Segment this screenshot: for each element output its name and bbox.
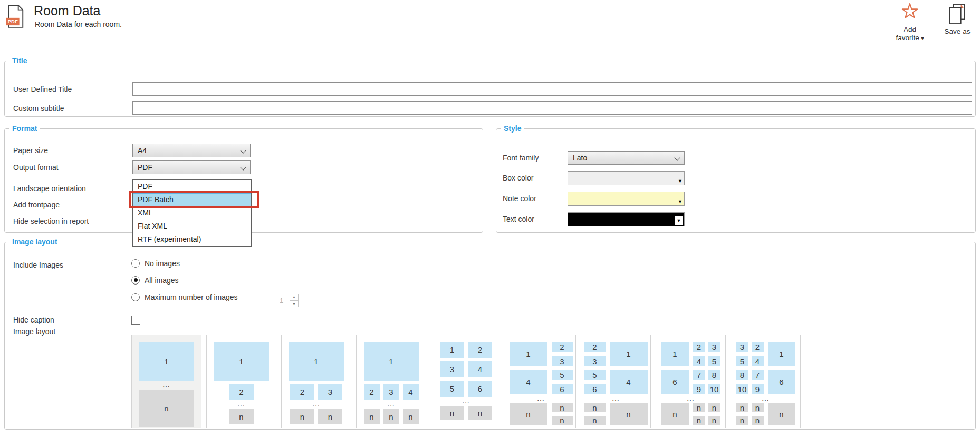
save-as-icon: [947, 3, 967, 27]
layout-box: 9: [752, 384, 764, 394]
layout-box: n: [440, 406, 464, 420]
layout-ellipsis: …: [612, 395, 620, 400]
dropdown-option[interactable]: PDF: [133, 180, 251, 193]
layout-box: n: [510, 403, 547, 425]
font-family-select[interactable]: Lato: [568, 151, 685, 165]
image-layout-fieldset: Image layout Include Images No imagesAll…: [4, 238, 976, 430]
image-layout-option-9[interactable]: 32541871096…nnnnn: [731, 335, 801, 428]
text-input[interactable]: [132, 82, 972, 96]
color-select[interactable]: ▼: [568, 212, 685, 226]
pdf-badge-text: PDF: [8, 18, 18, 24]
layout-box: 10: [708, 384, 720, 394]
layout-box: 1: [289, 342, 344, 381]
dropdown-arrow-icon: ▼: [678, 179, 683, 184]
image-layout-option-5[interactable]: 123456…nn: [431, 335, 501, 428]
radio-button[interactable]: [131, 293, 140, 301]
dropdown-option[interactable]: Flat XML: [133, 220, 251, 233]
layout-ellipsis: …: [537, 395, 545, 400]
layout-box: 7: [752, 370, 764, 380]
radio-option[interactable]: Maximum number of images: [131, 292, 238, 301]
save-as-button[interactable]: Save as: [940, 3, 975, 36]
dropdown-option[interactable]: PDF Batch: [133, 193, 251, 206]
chevron-down-icon: [240, 147, 246, 153]
image-layout-legend: Image layout: [9, 238, 60, 246]
spinner-down-button[interactable]: ▼: [290, 300, 299, 308]
image-layout-label: Image layout: [13, 327, 55, 336]
layout-box: n: [693, 416, 705, 425]
output-format-value: PDF: [138, 163, 152, 172]
image-layout-option-1[interactable]: 1…n: [131, 335, 201, 428]
layout-box: 10: [736, 384, 748, 394]
layout-box: 1: [510, 342, 547, 366]
output-format-select[interactable]: PDF: [132, 160, 251, 174]
layout-box-row: 56: [440, 381, 492, 397]
layout-box: 1: [610, 342, 648, 366]
layout-box-cluster: 3254: [736, 342, 764, 366]
max-images-spinner: 1 ▲ ▼: [274, 294, 299, 307]
layout-box-cluster: 78910: [693, 370, 720, 394]
layout-box-group: 564: [584, 370, 648, 394]
layout-box: 3: [552, 356, 573, 366]
paper-size-select[interactable]: A4: [132, 144, 251, 157]
image-layout-option-3[interactable]: 123…nn: [281, 335, 351, 428]
layout-box: 3: [584, 356, 606, 366]
hide-caption-label: Hide caption: [13, 315, 54, 325]
layout-box: 4: [693, 356, 705, 366]
layout-box: 8: [736, 370, 748, 380]
layout-box: 2: [752, 342, 764, 352]
dropdown-arrow-icon: ▼: [678, 200, 683, 204]
layout-box-group: 123: [510, 342, 573, 366]
layout-box: n: [403, 409, 419, 424]
image-layout-option-8[interactable]: 12345678910…nnnnn: [656, 335, 726, 428]
dropdown-option[interactable]: XML: [133, 206, 251, 220]
radio-dot: [134, 278, 138, 282]
layout-box: 4: [752, 356, 764, 366]
layout-box-row: 23: [290, 384, 342, 400]
radio-button[interactable]: [131, 259, 140, 268]
layout-box: 4: [510, 370, 547, 394]
page-title: Room Data: [34, 3, 100, 18]
layout-box-cluster: 56: [584, 370, 606, 394]
style-legend: Style: [501, 124, 524, 133]
image-layout-option-7[interactable]: 231564…nnn: [581, 335, 651, 428]
field-label: Custom subtitle: [13, 103, 64, 113]
radio-option[interactable]: No images: [131, 259, 238, 268]
radio-button[interactable]: [131, 276, 140, 285]
image-layout-option-6[interactable]: 123456…nnn: [506, 335, 576, 428]
color-row-label: Note color: [503, 194, 536, 203]
spinner-up-button[interactable]: ▲: [290, 294, 299, 301]
chevron-down-icon: [674, 155, 680, 160]
dropdown-option[interactable]: RTF (experimental): [133, 233, 251, 246]
layout-box: n: [708, 403, 720, 412]
radio-option[interactable]: All images: [131, 276, 238, 285]
layout-box: n: [468, 406, 492, 420]
layout-box: 4: [403, 384, 419, 400]
add-favorite-label-line1: Add: [904, 25, 916, 34]
layout-box: 8: [708, 370, 720, 380]
image-layout-option-4[interactable]: 1234…nnn: [356, 335, 426, 428]
add-favorite-button[interactable]: Add favorite ▾: [892, 3, 927, 43]
layout-box: n: [552, 416, 573, 425]
layout-box: n: [693, 403, 705, 412]
layout-box: 2: [693, 342, 705, 352]
text-input[interactable]: [132, 101, 972, 115]
layout-ellipsis: …: [312, 401, 321, 406]
layout-box-row: 34: [440, 361, 492, 377]
include-images-label: Include Images: [13, 260, 63, 270]
color-select[interactable]: ▼: [568, 171, 685, 185]
image-layout-option-2[interactable]: 12…n: [206, 335, 276, 428]
include-images-radio-group: No imagesAll imagesMaximum number of ima…: [131, 259, 238, 301]
hide-caption-checkbox[interactable]: [131, 316, 140, 325]
layout-box-row: nnn: [364, 409, 419, 424]
layout-box: 5: [584, 370, 606, 380]
image-layout-options: 1…n12…n123…nn1234…nnn123456…nn123456…nnn…: [131, 335, 801, 428]
color-select[interactable]: ▼: [568, 192, 685, 206]
layout-box: 1: [661, 342, 689, 366]
radio-label: All images: [145, 276, 179, 285]
output-format-label: Output format: [13, 163, 59, 172]
layout-box: 4: [610, 370, 648, 394]
layout-ellipsis: …: [687, 395, 695, 400]
layout-box: 2: [468, 342, 492, 358]
layout-box-cluster: 87109: [736, 370, 764, 394]
spinner-value[interactable]: 1: [274, 294, 289, 307]
